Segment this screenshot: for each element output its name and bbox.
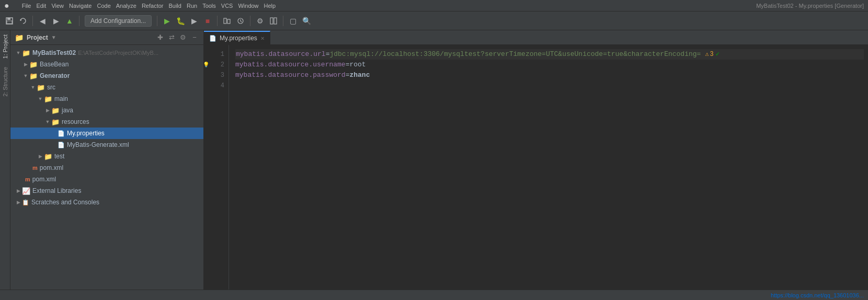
status-url[interactable]: https://blog.csdn.net/qq_13601036... <box>771 292 864 298</box>
menu-help[interactable]: Help <box>264 3 276 9</box>
tree-item-pom-root[interactable]: m pom.xml <box>10 174 203 185</box>
tree-item-test[interactable]: ▶ 📁 test <box>10 151 203 162</box>
maven-icon-root: m <box>25 176 30 182</box>
properties-file-icon: 📄 <box>58 130 65 137</box>
stop-button[interactable]: ■ <box>201 15 214 27</box>
layout-button[interactable] <box>267 15 280 27</box>
project-dropdown-icon[interactable]: ▼ <box>51 34 56 40</box>
prop-url-1: jdbc:mysql://localhost:3306/mysqltest?se… <box>329 49 701 60</box>
my-properties-label: My.properties <box>67 130 105 137</box>
tree-item-scratches[interactable]: ▶ 📋 Scratches and Consoles <box>10 197 203 208</box>
sidebar-tab-project[interactable]: 1: Project <box>1 30 10 63</box>
tree-item-mybatis-generate[interactable]: 📄 MyBatis-Generate.xml <box>10 139 203 151</box>
coverage-button[interactable]: ▶ <box>188 15 200 27</box>
build-icon-button[interactable]: ▲ <box>63 15 76 27</box>
java-folder-icon: 📁 <box>51 107 60 114</box>
toolbar-separator-2 <box>79 16 79 26</box>
code-line-2[interactable]: mybatis.datasource.username=root <box>235 60 864 70</box>
search-button[interactable]: 🔍 <box>300 15 313 27</box>
line-number-3: 3 <box>208 70 224 80</box>
menu-vcs[interactable]: VCS <box>221 3 233 9</box>
expand-arrow-java: ▶ <box>44 107 51 114</box>
menu-edit[interactable]: Edit <box>36 3 46 9</box>
project-path-label: E:\ATestCode\ProjectOK\MyB... <box>78 50 158 56</box>
code-line-4[interactable] <box>235 80 864 91</box>
expand-arrow-main: ▼ <box>37 95 44 102</box>
line-numbers: 1 2 3 4 <box>208 45 229 300</box>
save-all-button[interactable] <box>3 15 16 27</box>
project-tree: ▼ 📁 MyBatisTest02 E:\ATestCode\ProjectOK… <box>10 45 203 300</box>
menu-navigate[interactable]: Navigate <box>69 3 92 9</box>
toolbar-separator-5 <box>250 16 250 26</box>
menu-code[interactable]: Code <box>97 3 110 9</box>
external-libraries-icon: 📈 <box>22 187 30 195</box>
gutter-dot-4 <box>204 80 208 91</box>
menu-run[interactable]: Run <box>187 3 197 9</box>
prop-key-3: mybatis.datasource.password <box>235 70 346 80</box>
menu-file[interactable]: File <box>22 3 31 9</box>
gear-icon[interactable]: ⚙ <box>178 33 188 42</box>
svg-rect-8 <box>274 18 277 24</box>
tree-item-resources[interactable]: ▼ 📁 resources <box>10 116 203 128</box>
toolbar-separator-4 <box>217 16 218 26</box>
tab-close-button[interactable]: ✕ <box>260 36 265 41</box>
run-button[interactable]: ▶ <box>161 15 173 27</box>
expand-arrow-generator: ▼ <box>22 72 29 79</box>
tab-my-properties[interactable]: 📄 My.properties ✕ <box>204 31 270 44</box>
pom-generator-label: pom.xml <box>40 164 63 171</box>
add-configuration-button[interactable]: Add Configuration... <box>85 15 152 27</box>
svg-rect-2 <box>7 21 12 24</box>
code-line-3[interactable]: mybatis.datasource.password=zhanc <box>235 70 864 80</box>
close-panel-icon[interactable]: − <box>190 33 199 42</box>
menu-view[interactable]: View <box>51 3 64 9</box>
back-button[interactable]: ◀ <box>36 15 49 27</box>
sidebar-tab-structure[interactable]: 2: Structure <box>1 63 10 101</box>
tree-item-basebean[interactable]: ▶ 📁 BaseBean <box>10 59 203 70</box>
gutter-dot-3 <box>204 70 208 80</box>
tree-item-java[interactable]: ▶ 📁 java <box>10 105 203 116</box>
menu-tools[interactable]: Tools <box>202 3 216 9</box>
menu-window[interactable]: Window <box>238 3 258 9</box>
update-button[interactable] <box>234 15 247 27</box>
folder-icon: 📁 <box>15 33 24 42</box>
settings-button[interactable]: ⚙ <box>254 15 266 27</box>
tree-item-main[interactable]: ▼ 📁 main <box>10 93 203 105</box>
prop-equal-1: = <box>326 49 330 60</box>
tree-item-generator[interactable]: ▼ 📁 Generator <box>10 70 203 82</box>
toolbar-separator-3 <box>157 16 157 26</box>
project-panel-title: Project <box>27 34 48 41</box>
add-files-icon[interactable]: ✚ <box>155 33 165 42</box>
collapse-icon[interactable]: ⇄ <box>167 33 176 42</box>
prop-equal-2: = <box>346 60 350 70</box>
menu-refactor[interactable]: Refactor <box>142 3 164 9</box>
tree-item-external-libraries[interactable]: ▶ 📈 External Libraries <box>10 185 203 197</box>
tree-item-my-properties[interactable]: 📄 My.properties <box>10 128 203 139</box>
refresh-button[interactable] <box>17 15 29 27</box>
generator-label: Generator <box>40 72 70 79</box>
tree-item-pom-generator[interactable]: m pom.xml <box>10 162 203 174</box>
svg-rect-7 <box>270 18 273 24</box>
tree-item-src[interactable]: ▼ 📁 src <box>10 82 203 93</box>
tree-item-mybatistest02[interactable]: ▼ 📁 MyBatisTest02 E:\ATestCode\ProjectOK… <box>10 47 203 59</box>
forward-button[interactable]: ▶ <box>50 15 62 27</box>
menu-build[interactable]: Build <box>168 3 181 9</box>
main-layout: 1: Project 2: Structure 📁 Project ▼ ✚ ⇄ … <box>0 30 868 300</box>
line-number-1: 1 <box>208 49 224 60</box>
menu-analyze[interactable]: Analyze <box>116 3 136 9</box>
gutter-dot-2[interactable]: 💡 <box>204 60 208 70</box>
project-panel: 📁 Project ▼ ✚ ⇄ ⚙ − ▼ 📁 MyBatisTest02 E:… <box>10 30 204 300</box>
terminal-button[interactable]: ▢ <box>287 15 299 27</box>
expand-arrow: ▼ <box>15 49 22 56</box>
tab-file-icon: 📄 <box>209 35 216 42</box>
pom-root-label: pom.xml <box>32 176 56 183</box>
expand-arrow-scratches: ▶ <box>15 199 22 206</box>
resources-label: resources <box>62 118 89 125</box>
prop-val-2: root <box>349 60 366 70</box>
code-line-1[interactable]: mybatis.datasource.url=jdbc:mysql://loca… <box>235 49 864 60</box>
code-area[interactable]: mybatis.datasource.url=jdbc:mysql://loca… <box>229 45 868 300</box>
coverage2-button[interactable] <box>221 15 233 27</box>
debug-button[interactable]: 🐛 <box>174 15 187 27</box>
gutter-indicator: 💡 <box>204 45 208 300</box>
test-label: test <box>54 153 64 160</box>
module-folder-icon: 📁 <box>29 61 38 68</box>
